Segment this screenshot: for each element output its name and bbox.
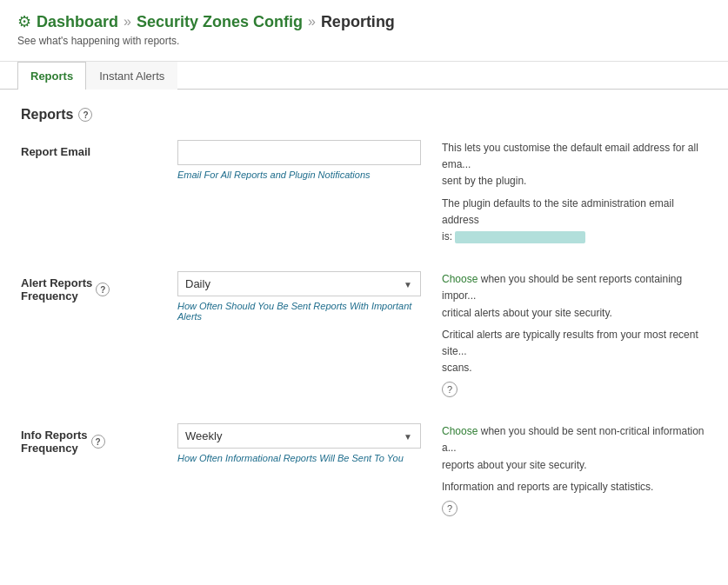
section-title-text: Reports [21, 107, 73, 123]
info-frequency-hint: How Often Informational Reports Will Be … [177, 453, 421, 463]
alert-desc-1: when you should be sent reports containi… [442, 273, 682, 302]
info-frequency-label-col: Info ReportsFrequency ? [21, 423, 177, 455]
alert-desc-help-icon[interactable]: ? [442, 382, 458, 397]
info-desc-1: when you should be sent non-critical inf… [442, 425, 705, 454]
report-email-row: Report Email Email For All Reports and P… [21, 140, 707, 245]
alert-frequency-label-col: Alert ReportsFrequency ? [21, 271, 177, 302]
breadcrumb-sep1: » [124, 14, 131, 30]
section-help-icon[interactable]: ? [78, 108, 92, 122]
report-email-hint: Email For All Reports and Plugin Notific… [177, 170, 421, 180]
alert-desc-4: scans. [442, 362, 472, 374]
alert-frequency-help-icon[interactable]: ? [96, 283, 110, 296]
alert-desc-3: Critical alerts are typically results fr… [442, 329, 698, 357]
tab-instant-alerts[interactable]: Instant Alerts [86, 62, 177, 90]
info-desc-choose: Choose [442, 425, 478, 437]
content-area: Reports ? Report Email Email For All Rep… [0, 90, 728, 560]
alert-frequency-desc: Choose when you should be sent reports c… [421, 271, 707, 397]
alert-frequency-hint: How Often Should You Be Sent Reports Wit… [177, 301, 421, 322]
page-subtitle: See what's happening with reports. [17, 35, 711, 56]
report-email-label: Report Email [21, 145, 177, 158]
info-frequency-select[interactable]: Daily Weekly Monthly Never [177, 423, 421, 449]
alert-desc-choose: Choose [442, 273, 478, 285]
report-email-input-col: Email For All Reports and Plugin Notific… [177, 140, 421, 180]
breadcrumb-security-zones[interactable]: Security Zones Config [137, 13, 303, 31]
breadcrumb-sep2: » [308, 14, 316, 30]
alert-frequency-row: Alert ReportsFrequency ? Daily Weekly Mo… [21, 271, 707, 397]
info-frequency-help-icon[interactable]: ? [91, 435, 105, 449]
info-frequency-row: Info ReportsFrequency ? Daily Weekly Mon… [21, 423, 707, 516]
redacted-email [455, 231, 585, 243]
alert-frequency-input-col: Daily Weekly Monthly Never ▼ How Often S… [177, 271, 421, 322]
alert-desc-2: critical alerts about your site security… [442, 307, 612, 319]
info-desc-help-icon[interactable]: ? [442, 501, 458, 516]
report-email-desc: This lets you customise the default emai… [421, 140, 707, 245]
page-header: ⚙ Dashboard » Security Zones Config » Re… [0, 0, 728, 62]
page-wrapper: ⚙ Dashboard » Security Zones Config » Re… [0, 0, 728, 585]
info-frequency-input-col: Daily Weekly Monthly Never ▼ How Often I… [177, 423, 421, 463]
report-email-desc-1: This lets you customise the default emai… [442, 142, 698, 170]
report-email-desc-3: The plugin defaults to the site administ… [442, 197, 674, 226]
info-desc-3: Information and reports are typically st… [442, 481, 653, 493]
section-title: Reports ? [21, 107, 707, 123]
report-email-desc-4: is: [442, 230, 452, 243]
report-email-label-col: Report Email [21, 140, 177, 158]
info-frequency-label: Info ReportsFrequency ? [21, 429, 177, 455]
tab-reports[interactable]: Reports [17, 62, 86, 90]
info-desc-2: reports about your site security. [442, 459, 587, 471]
report-email-desc-2: sent by the plugin. [442, 175, 526, 187]
alert-frequency-select[interactable]: Daily Weekly Monthly Never [177, 271, 421, 296]
alert-frequency-label: Alert ReportsFrequency ? [21, 276, 177, 302]
info-frequency-desc: Choose when you should be sent non-criti… [421, 423, 707, 516]
breadcrumb-dashboard[interactable]: Dashboard [37, 13, 118, 31]
report-email-input[interactable] [177, 140, 421, 165]
breadcrumb-reporting: Reporting [321, 13, 395, 31]
breadcrumb: ⚙ Dashboard » Security Zones Config » Re… [17, 12, 711, 31]
tabs-container: Reports Instant Alerts [0, 62, 728, 90]
info-frequency-select-wrapper: Daily Weekly Monthly Never ▼ [177, 423, 421, 449]
gear-icon: ⚙ [17, 12, 31, 31]
alert-frequency-select-wrapper: Daily Weekly Monthly Never ▼ [177, 271, 421, 296]
